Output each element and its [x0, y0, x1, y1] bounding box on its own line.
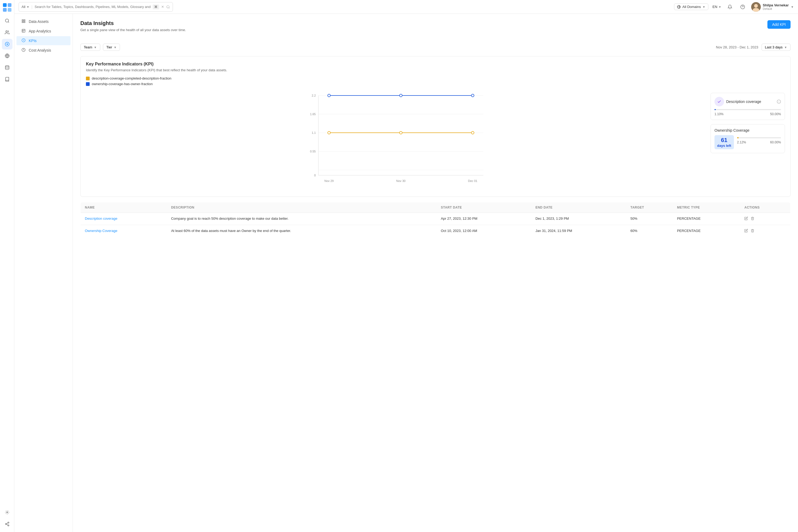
insights-nav-icon[interactable] [2, 39, 13, 50]
ownership-start-value: 2.12% [737, 140, 746, 144]
globe-nav-icon[interactable] [2, 51, 13, 61]
col-start-date: START DATE [437, 203, 531, 213]
tier-filter[interactable]: Tier ▼ [103, 44, 120, 51]
settings-nav-icon[interactable] [2, 507, 13, 518]
lang-selector[interactable]: EN ▼ [712, 5, 721, 9]
main-content: Data Insights Get a single pane view of … [73, 14, 798, 532]
all-filter-dropdown[interactable]: All ▼ [22, 5, 29, 9]
team-chevron: ▼ [94, 46, 97, 49]
user-info[interactable]: Shilpa Vernekar Default ▼ [751, 2, 794, 12]
svg-point-17 [167, 5, 169, 8]
desc-start-value: 1.10% [715, 112, 723, 116]
svg-point-51 [400, 131, 402, 134]
col-description: DESCRIPTION [167, 203, 437, 213]
domain-chevron: ▼ [703, 5, 705, 8]
row2-delete-icon[interactable] [750, 229, 754, 233]
svg-rect-2 [3, 8, 7, 12]
svg-text:1.1: 1.1 [312, 131, 316, 134]
database-nav-icon[interactable] [2, 62, 13, 73]
legend-dot-blue [86, 82, 90, 86]
people-nav-icon[interactable] [2, 27, 13, 38]
row2-edit-icon[interactable] [744, 229, 748, 233]
kpis-icon [21, 38, 26, 43]
col-target: TARGET [626, 203, 673, 213]
app-logo[interactable] [2, 3, 12, 12]
row2-start-date: Oct 10, 2023, 12:00 AM [437, 225, 531, 237]
col-metric-type: METRIC TYPE [673, 203, 740, 213]
app-analytics-icon [21, 29, 26, 34]
svg-line-15 [6, 524, 8, 525]
date-range-text: Nov 28, 2023 - Dec 1, 2023 [716, 45, 758, 49]
search-nav-icon[interactable] [2, 15, 13, 26]
svg-point-5 [5, 31, 7, 32]
ownership-coverage-header: Ownership Coverage [715, 128, 781, 132]
svg-rect-27 [24, 22, 25, 23]
svg-point-48 [400, 94, 402, 97]
svg-point-12 [8, 522, 9, 524]
nav-data-assets[interactable]: Data Assets [17, 17, 71, 26]
notifications-icon[interactable] [726, 3, 734, 11]
page-title: Data Insights [80, 20, 186, 26]
ownership-coverage-link[interactable]: Ownership Coverage [85, 229, 117, 233]
legend-item-1: ownership-coverage-has-owner-fraction [86, 82, 785, 86]
row1-start-date: Apr 27, 2023, 12:30 PM [437, 213, 531, 225]
nav-cost-analysis[interactable]: Cost Analysis [17, 46, 71, 55]
user-avatar [751, 2, 761, 12]
desc-coverage-icon [715, 97, 724, 107]
col-end-date: END DATE [531, 203, 626, 213]
filter-bar: Team ▼ Tier ▼ Nov 28, 2023 - Dec 1, 2023 [80, 44, 791, 51]
page-header: Data Insights Get a single pane view of … [80, 20, 791, 37]
days-left-badge: 61 days left [715, 135, 734, 149]
svg-point-13 [5, 524, 7, 525]
legend-label-1: ownership-coverage-has-owner-fraction [92, 82, 153, 86]
svg-text:1.65: 1.65 [310, 113, 316, 116]
svg-rect-29 [22, 29, 25, 32]
svg-text:Nov 30: Nov 30 [396, 179, 406, 183]
days-label: days left [717, 144, 731, 148]
lang-label: EN [712, 5, 717, 9]
svg-rect-28 [22, 22, 23, 23]
nav-kpis-label: KPIs [29, 39, 37, 43]
search-bar[interactable]: All ▼ | ⌘ ✕ [19, 2, 173, 12]
help-icon[interactable] [738, 3, 747, 11]
domain-selector[interactable]: All Domains ▼ [674, 3, 708, 10]
table-row: Ownership Coverage At least 60% of the d… [81, 225, 791, 237]
table-body: Description coverage Company goal is to … [81, 213, 791, 237]
row2-description: At least 60% of the data assets must hav… [167, 225, 437, 237]
desc-coverage-link[interactable]: Description coverage [85, 216, 117, 221]
add-kpi-button[interactable]: Add KPI [767, 20, 791, 29]
col-actions: ACTIONS [740, 203, 790, 213]
row1-edit-icon[interactable] [744, 216, 748, 221]
desc-coverage-title: Description coverage [726, 99, 761, 104]
desc-coverage-info-icon[interactable] [777, 99, 781, 104]
team-filter[interactable]: Team ▼ [80, 44, 100, 51]
description-coverage-panel: Description coverage 1.10% [710, 93, 785, 120]
desc-coverage-values: 1.10% 50.00% [715, 112, 781, 116]
kpi-card-subtitle: Identify the Key Performance Indicators … [86, 68, 785, 72]
book-nav-icon[interactable] [2, 74, 13, 84]
days-number: 61 [717, 137, 731, 144]
legend-label-0: description-coverage-completed-descripti… [92, 76, 171, 80]
svg-rect-1 [8, 3, 12, 7]
search-clear-icon[interactable]: ✕ [161, 5, 164, 9]
search-input[interactable] [35, 5, 151, 9]
svg-point-49 [471, 94, 474, 97]
period-selector[interactable]: Last 3 days ▼ [762, 44, 791, 51]
nav-app-analytics-label: App Analytics [29, 29, 51, 33]
nav-app-analytics[interactable]: App Analytics [17, 26, 71, 36]
desc-end-value: 50.00% [770, 112, 781, 116]
nav-kpis[interactable]: KPIs [17, 36, 71, 45]
row1-metric-type: PERCENTAGE [673, 213, 740, 225]
filter-left: Team ▼ Tier ▼ [80, 44, 120, 51]
row1-delete-icon[interactable] [750, 216, 754, 221]
ownership-coverage-values: 2.12% 60.00% [737, 140, 781, 144]
filter-right: Nov 28, 2023 - Dec 1, 2023 Last 3 days ▼ [716, 44, 791, 51]
chart-container: 2.2 1.65 1.1 0.55 0 Nov 29 Nov 30 Dec 01 [86, 90, 785, 191]
ownership-progress-section: 2.12% 60.00% [737, 135, 781, 144]
col-name: NAME [81, 203, 167, 213]
svg-rect-26 [24, 20, 25, 21]
share-nav-icon[interactable] [2, 519, 13, 529]
period-label: Last 3 days [765, 45, 783, 49]
nav-data-assets-label: Data Assets [29, 19, 49, 24]
user-role: Default [763, 7, 789, 11]
